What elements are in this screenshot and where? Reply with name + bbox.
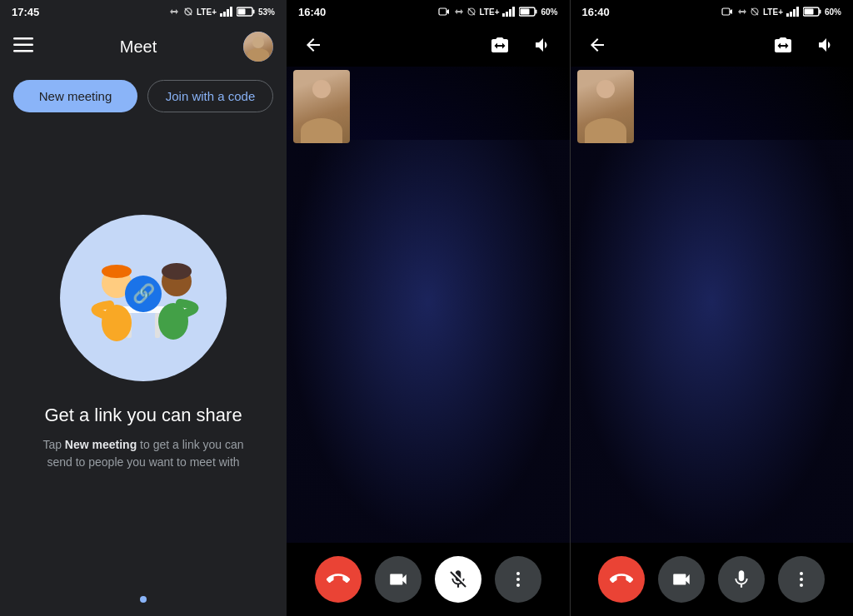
call-right-icons-r xyxy=(770,32,840,58)
camera-flip-button-left[interactable] xyxy=(486,32,513,58)
camera-status-icon-r xyxy=(721,7,733,17)
speaker-button-right[interactable] xyxy=(813,32,840,58)
app-title: Meet xyxy=(120,37,157,57)
svg-rect-9 xyxy=(13,37,33,40)
svg-rect-29 xyxy=(506,12,508,17)
svg-rect-33 xyxy=(536,10,537,14)
video-blur-right xyxy=(571,140,854,543)
svg-rect-34 xyxy=(521,9,530,15)
svg-rect-28 xyxy=(502,13,505,17)
end-call-button-right[interactable] xyxy=(598,556,645,603)
svg-rect-7 xyxy=(252,10,254,14)
svg-rect-8 xyxy=(237,9,245,15)
signal-icon-r xyxy=(786,7,800,17)
svg-point-22 xyxy=(162,263,192,280)
svg-rect-31 xyxy=(512,7,515,17)
call-app-bar-right xyxy=(571,23,854,67)
network-label: LTE+ xyxy=(197,7,217,17)
link-status-icon-l xyxy=(453,7,463,17)
svg-point-36 xyxy=(516,578,520,581)
thumbnail-strip-right xyxy=(571,67,854,147)
svg-rect-2 xyxy=(220,13,222,17)
battery-pct-r: 60% xyxy=(825,7,841,17)
call-status-icons-right: LTE+ 60% xyxy=(721,7,841,17)
promo-title: Get a link you can share xyxy=(44,405,242,426)
svg-point-35 xyxy=(516,572,520,575)
svg-text:🔗: 🔗 xyxy=(132,282,156,305)
video-area-right xyxy=(571,67,854,543)
call-status-icons-left: LTE+ 60% xyxy=(438,7,558,17)
svg-rect-30 xyxy=(509,9,511,17)
svg-point-19 xyxy=(102,265,132,278)
signal-icon-l xyxy=(502,7,516,17)
camera-button-left[interactable] xyxy=(375,556,422,603)
promo-description: Tap New meeting to get a link you can se… xyxy=(35,436,252,471)
lte-label-l: LTE+ xyxy=(480,7,500,17)
battery-icon-l xyxy=(519,7,537,17)
back-button-right[interactable] xyxy=(584,32,611,58)
svg-rect-47 xyxy=(804,9,813,15)
svg-rect-41 xyxy=(786,13,789,17)
svg-rect-3 xyxy=(223,12,226,17)
more-options-button-right[interactable] xyxy=(778,556,825,603)
svg-point-50 xyxy=(800,584,803,587)
svg-rect-4 xyxy=(227,9,229,17)
svg-rect-5 xyxy=(230,7,232,17)
user-avatar[interactable] xyxy=(243,32,273,62)
promo-desc-bold: New meeting xyxy=(65,438,137,451)
thumbnail-strip-left xyxy=(287,67,570,147)
active-dot xyxy=(140,596,147,603)
svg-rect-10 xyxy=(13,43,33,46)
svg-point-37 xyxy=(516,584,520,587)
status-bar-call-right: 16:40 LTE+ 60% xyxy=(571,0,854,23)
end-call-button-left[interactable] xyxy=(315,556,362,603)
lte-label-r: LTE+ xyxy=(763,7,783,17)
illustration-area: 🔗 Get a link you can share Tap New meeti… xyxy=(0,102,287,583)
svg-rect-11 xyxy=(13,50,33,52)
svg-point-17 xyxy=(102,305,132,341)
mic-button-right[interactable] xyxy=(718,556,765,603)
signal-icon xyxy=(220,7,233,17)
battery-icon xyxy=(237,7,255,17)
status-bar-meet: 17:45 LTE+ 53% xyxy=(0,0,287,23)
mic-muted-button-left[interactable] xyxy=(435,556,481,603)
status-icons-meet: LTE+ 53% xyxy=(168,7,275,17)
svg-point-20 xyxy=(158,303,188,340)
status-bar-call-left: 16:40 LTE+ 60% xyxy=(287,0,570,23)
status-time-meet: 17:45 xyxy=(12,6,39,18)
svg-rect-38 xyxy=(722,8,730,15)
video-call-right-panel: 16:40 LTE+ 60% xyxy=(571,0,854,616)
call-controls-right xyxy=(571,543,854,616)
speaker-button-left[interactable] xyxy=(530,32,556,58)
video-blur-left xyxy=(287,140,570,543)
svg-rect-42 xyxy=(790,12,792,17)
call-left-icons xyxy=(300,32,327,58)
promo-illustration: 🔗 xyxy=(60,215,227,381)
battery-pct-meet: 53% xyxy=(258,7,275,17)
menu-icon[interactable] xyxy=(13,37,33,57)
participant-thumbnail-left[interactable] xyxy=(293,70,350,143)
svg-point-48 xyxy=(800,572,803,575)
call-time-right: 16:40 xyxy=(582,6,610,18)
link-status-icon-r xyxy=(736,7,746,17)
svg-rect-25 xyxy=(439,8,446,15)
more-options-button-left[interactable] xyxy=(495,556,541,603)
app-bar-meet: Meet xyxy=(0,23,287,70)
battery-pct-l: 60% xyxy=(541,7,557,17)
call-left-icons-r xyxy=(584,32,611,58)
video-area-left xyxy=(287,67,570,543)
back-button-left[interactable] xyxy=(300,32,327,58)
call-controls-left xyxy=(287,543,570,616)
call-app-bar-left xyxy=(287,23,570,67)
participant-thumbnail-right[interactable] xyxy=(577,70,634,143)
page-indicator xyxy=(0,583,287,616)
call-time-left: 16:40 xyxy=(298,6,326,18)
bell-status-icon-l xyxy=(466,7,476,17)
camera-flip-button-right[interactable] xyxy=(770,32,796,58)
camera-button-right[interactable] xyxy=(658,556,705,603)
svg-rect-43 xyxy=(793,9,796,17)
camera-status-icon xyxy=(438,7,450,17)
battery-icon-r xyxy=(803,7,821,17)
bell-status-icon-r xyxy=(750,7,760,17)
svg-point-49 xyxy=(800,578,803,581)
